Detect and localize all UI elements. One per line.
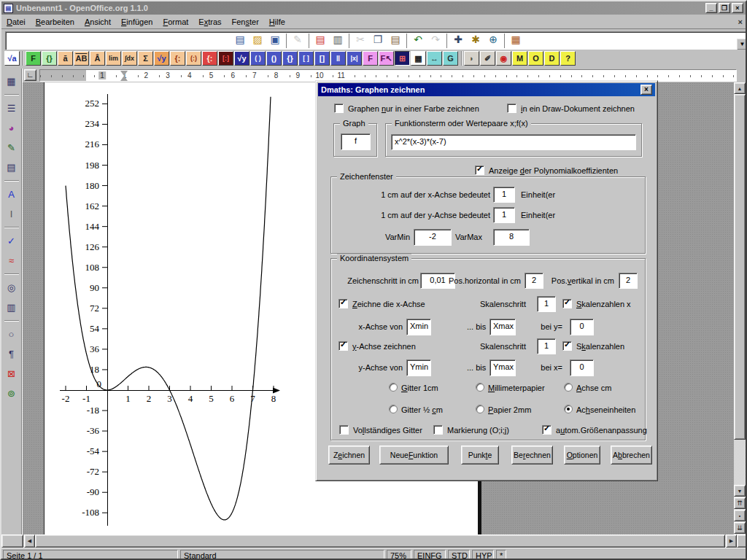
brackets-wide-button[interactable]: [ ] [298,51,314,66]
function-pink-button[interactable]: F [363,51,378,66]
previous-page-icon[interactable]: ⇈ [734,497,746,509]
scroll-right-icon[interactable]: ▶ [726,534,737,548]
markierung-checkbox[interactable]: ✓ [433,425,443,435]
radio-millimeterpapier[interactable] [476,383,484,392]
nonprinting-chars-icon[interactable]: ¶ [3,346,20,362]
navigator-icon[interactable]: ✚ [449,31,467,48]
norm-button[interactable]: ‖ [330,51,346,66]
graph-name-field[interactable]: f [341,133,371,150]
abs-button[interactable]: |x| [347,51,362,66]
draw-doc-checkbox[interactable]: ✓ [507,104,516,113]
yscale-field[interactable]: 1 [493,207,515,223]
horizontal-scroll-thumb[interactable] [35,534,725,548]
form-functions-icon[interactable]: ▤ [3,159,20,175]
optionen-button[interactable]: Optionen [564,446,600,464]
sqrt-a-button[interactable]: √a [4,51,20,66]
xscale-field[interactable]: 1 [493,187,515,203]
open-icon[interactable]: ▨ [249,31,266,48]
nth-root-blue-button[interactable]: √y [234,51,249,66]
berechnen-button[interactable]: Berechnen [511,446,553,464]
close-document-icon[interactable]: × [738,18,743,26]
spellcheck-icon[interactable]: ✓ [3,233,20,249]
grid-button[interactable]: ▦ [411,51,426,66]
y-von-field[interactable]: Ymin [406,359,431,376]
selection-mode[interactable]: STD [448,550,470,560]
parens-button[interactable]: () [266,51,282,66]
menu-extras[interactable]: Extras [193,16,226,28]
limit-button[interactable]: lim [106,51,121,66]
indent-marker[interactable] [120,71,128,76]
vertical-scrollbar[interactable]: ▲ ▼ ⇈ • ⇊ [734,82,746,534]
zeichnen-button[interactable]: Zeichnen [328,446,370,464]
scroll-up-icon[interactable]: ▲ [734,82,746,94]
o-button[interactable]: O [528,51,543,66]
new-document-icon[interactable]: ▤ [231,31,249,48]
hyperlink-icon[interactable]: ⊕ [484,31,502,48]
radio-gitter-1cm[interactable] [389,383,398,392]
integral-button[interactable]: ∫dx [122,51,137,66]
close-button[interactable]: × [732,3,743,13]
menu-fenster[interactable]: Fenster [227,16,264,28]
system-brace-red-button[interactable]: {: [202,51,217,66]
graphics-toggle-icon[interactable]: ⊠ [3,365,20,381]
undo-icon[interactable]: ↶ [409,31,427,48]
export-pdf-icon[interactable]: ▤ [311,31,329,48]
braces-green-button[interactable]: {} [42,51,57,66]
measure-button[interactable]: ↔ [427,51,442,66]
braces-blue-button[interactable]: {} [282,51,298,66]
system-brace-button[interactable]: {: [170,51,185,66]
modified-flag[interactable]: * [496,550,506,560]
x-axis-checkbox[interactable]: ✓ [338,299,348,308]
next-page-icon[interactable]: ⇊ [734,522,746,534]
tab-type-selector[interactable]: ∟ [24,69,36,81]
skalenschritt-x-field[interactable]: 1 [537,296,556,312]
target-button[interactable]: ◉ [496,51,511,66]
function-pointer-button[interactable]: F↖ [379,51,394,66]
redo-icon[interactable]: ↷ [427,31,444,48]
m-button[interactable]: M [512,51,527,66]
radio-papier-2mm[interactable] [476,405,484,413]
bei-x-field[interactable]: 0 [570,359,594,376]
skalenzahlen-y-checkbox[interactable]: ✓ [562,341,572,351]
insert-object-icon[interactable]: ◕ [3,120,20,136]
pos-vertikal-field[interactable]: 2 [619,273,638,289]
varmax-field[interactable]: 8 [493,229,530,246]
paste-icon[interactable]: ▤ [387,31,404,48]
menu-hilfe[interactable]: Hilfe [264,16,290,28]
pos-horizontal-field[interactable]: 2 [525,273,543,289]
matrix-button[interactable]: [:] [218,51,233,66]
gallery-icon[interactable]: ▦ [507,31,525,48]
skalenschritt-y-field[interactable]: 1 [537,338,556,354]
save-icon[interactable]: ▣ [266,31,284,48]
restore-button[interactable]: ❐ [719,3,730,13]
polycoef-checkbox[interactable]: ✓ [475,166,484,175]
menu-ansicht[interactable]: Ansicht [80,16,116,28]
menu-datei[interactable]: Datei [1,16,31,28]
abbrechen-button[interactable]: Abbrechen [611,446,652,464]
segment-button[interactable]: AB [74,51,89,66]
angle-button[interactable]: Â [90,51,105,66]
radio-achseneinheiten[interactable] [564,405,573,413]
autospellcheck-icon[interactable]: ≈ [3,252,20,268]
parens-wide-button[interactable]: ( ) [250,51,266,66]
radio-gitter-half-cm[interactable] [389,405,398,413]
stylist-icon[interactable]: ✱ [467,31,484,48]
vector-button[interactable]: ā [58,51,73,66]
page-indicator[interactable]: Seite 1 / 1 [3,550,178,560]
single-color-checkbox[interactable]: ✓ [334,104,344,113]
function-term-field[interactable]: x^2*(x-3)*(x-7) [391,134,636,150]
horizontal-scrollbar[interactable]: ◀ ▶ [1,534,747,548]
menu-format[interactable]: Format [158,16,193,28]
binomial-button[interactable]: (:) [186,51,201,66]
cut-icon[interactable]: ✂ [352,31,369,48]
brackets-button[interactable]: [] [314,51,330,66]
d-button[interactable]: D [544,51,560,66]
neue-funktion-button[interactable]: Neue Funktion [379,446,449,464]
minimize-button[interactable]: _ [705,3,717,13]
y-bis-field[interactable]: Ymax [489,359,516,376]
insert-mode[interactable]: EINFG [414,550,446,560]
x-bis-field[interactable]: Xmax [489,319,516,335]
vollgitter-checkbox[interactable]: ✓ [339,425,349,435]
autosize-checkbox[interactable]: ✓ [542,425,551,435]
graph-window-button[interactable]: ⊞ [395,51,410,66]
